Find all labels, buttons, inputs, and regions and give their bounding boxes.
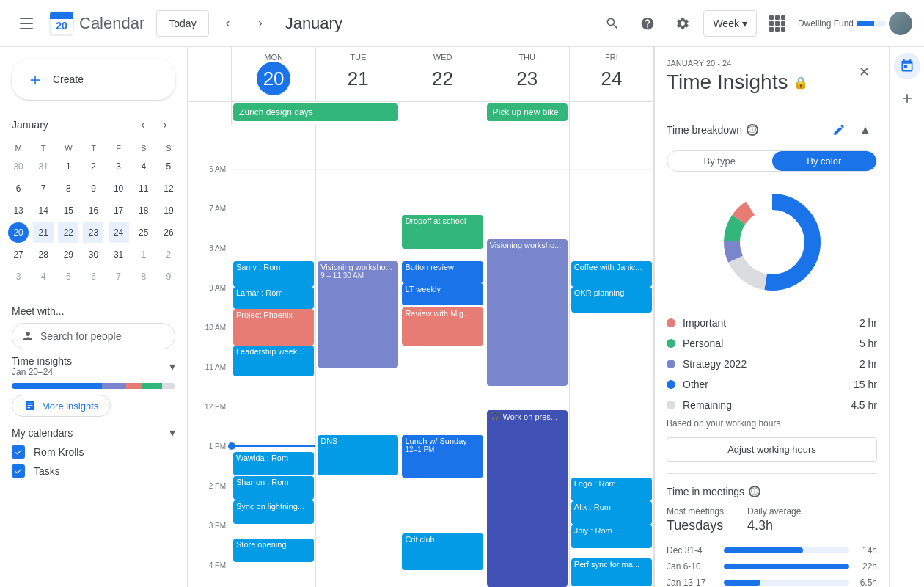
- settings-button[interactable]: [668, 9, 697, 38]
- day-col-thu[interactable]: Visioning worksho... 🎧 Work on pres... P…: [485, 125, 570, 587]
- event-lamar-rom[interactable]: Lamar : Rom: [233, 287, 314, 309]
- mini-day[interactable]: 30: [8, 156, 29, 177]
- mini-day[interactable]: 26: [158, 222, 179, 243]
- avatar[interactable]: [889, 12, 912, 35]
- event-work-pres[interactable]: 🎧 Work on pres...: [487, 410, 568, 586]
- mini-day[interactable]: 5: [58, 266, 78, 287]
- event-store-opening[interactable]: Store opening: [233, 539, 314, 562]
- meetings-info-icon[interactable]: ⓘ: [749, 486, 760, 497]
- event-lego-rom[interactable]: Lego : Rom: [571, 478, 652, 501]
- mini-day[interactable]: 2: [83, 156, 103, 177]
- mini-day[interactable]: 9: [158, 266, 179, 287]
- by-type-button[interactable]: By type: [667, 151, 772, 171]
- event-sync-lightning[interactable]: Sync on lightning...: [233, 500, 314, 524]
- mini-day[interactable]: 9: [83, 178, 103, 199]
- edit-button[interactable]: [827, 118, 851, 142]
- mini-day[interactable]: 28: [33, 244, 54, 265]
- mini-day[interactable]: 29: [58, 244, 78, 265]
- mini-day[interactable]: 2: [158, 244, 179, 265]
- collapse-button[interactable]: ▲: [854, 118, 877, 142]
- mini-day[interactable]: 22: [58, 222, 78, 243]
- mini-day[interactable]: 7: [109, 266, 129, 287]
- rp-close-button[interactable]: ✕: [851, 59, 877, 85]
- mini-day[interactable]: 8: [58, 178, 78, 199]
- event-okr-planning[interactable]: OKR planning: [571, 287, 652, 313]
- help-button[interactable]: [633, 9, 662, 38]
- prev-week-button[interactable]: ‹: [215, 10, 241, 37]
- today-button[interactable]: Today: [156, 10, 208, 37]
- mini-day[interactable]: 7: [33, 178, 54, 199]
- day-num-24[interactable]: 24: [595, 62, 628, 95]
- day-num-21[interactable]: 21: [341, 62, 375, 95]
- mini-day[interactable]: 19: [158, 200, 179, 221]
- mini-day[interactable]: 21: [33, 222, 54, 243]
- event-button-review[interactable]: Button review: [402, 261, 483, 283]
- more-insights-button[interactable]: More insights: [12, 395, 111, 417]
- event-jaiy-rom[interactable]: Jaiy : Rom: [571, 525, 652, 548]
- allday-event-zurich[interactable]: Zürich design days: [233, 103, 398, 121]
- calendar-item-rom[interactable]: Rom Krolls: [12, 442, 175, 462]
- mini-day-today[interactable]: 20: [8, 222, 29, 243]
- mini-day[interactable]: 27: [8, 244, 29, 265]
- mini-day[interactable]: 6: [83, 266, 103, 287]
- mini-day[interactable]: 3: [109, 156, 129, 177]
- event-wawida-rom[interactable]: Wawida : Rom: [233, 452, 314, 475]
- mini-day[interactable]: 6: [8, 178, 29, 199]
- event-dropoff[interactable]: Dropoff at school: [402, 215, 483, 249]
- event-visioning-thu[interactable]: Visioning worksho...: [487, 239, 568, 386]
- mini-day[interactable]: 25: [133, 222, 154, 243]
- calendar-item-tasks[interactable]: Tasks: [12, 462, 175, 481]
- mini-day[interactable]: 3: [8, 266, 29, 287]
- mini-cal-prev[interactable]: ‹: [133, 114, 153, 135]
- mini-day[interactable]: 10: [109, 178, 129, 199]
- mini-day[interactable]: 24: [109, 222, 129, 243]
- by-color-button[interactable]: By color: [772, 151, 877, 171]
- event-dns[interactable]: DNS: [318, 435, 398, 475]
- event-perf-sync[interactable]: Perf sync for ma...: [571, 558, 652, 586]
- mini-day[interactable]: 14: [33, 200, 54, 221]
- event-sharron-rom[interactable]: Sharron : Rom: [233, 476, 314, 500]
- event-visioning-tue[interactable]: Visioning worksho... 9 – 11:30 AM: [318, 261, 398, 368]
- view-selector[interactable]: Week ▾: [703, 10, 757, 37]
- event-leadership-week[interactable]: Leadership week...: [233, 346, 314, 376]
- day-col-fri[interactable]: Coffee with Janic... OKR planning Lego :…: [570, 125, 654, 587]
- sidebar-add-icon[interactable]: [894, 85, 920, 112]
- event-review-miguel[interactable]: Review with Mig...: [402, 307, 483, 346]
- event-project-phoenix[interactable]: Project Phoenix: [233, 309, 314, 346]
- mini-day[interactable]: 30: [83, 244, 103, 265]
- mini-cal-next[interactable]: ›: [155, 114, 175, 135]
- event-coffee-janice[interactable]: Coffee with Janic...: [571, 261, 652, 287]
- mini-day[interactable]: 23: [83, 222, 103, 243]
- event-samy-rom[interactable]: Samy : Rom: [233, 261, 314, 287]
- day-col-tue[interactable]: Visioning worksho... 9 – 11:30 AM DNS Al…: [316, 125, 400, 587]
- adjust-working-hours-button[interactable]: Adjust working hours: [667, 437, 877, 462]
- menu-button[interactable]: [12, 9, 41, 38]
- event-alix-rom[interactable]: Alix : Rom: [571, 501, 652, 525]
- mini-day[interactable]: 11: [133, 178, 154, 199]
- mini-day[interactable]: 1: [133, 244, 154, 265]
- mini-day[interactable]: 8: [133, 266, 154, 287]
- mini-day[interactable]: 5: [158, 156, 179, 177]
- next-week-button[interactable]: ›: [247, 10, 274, 37]
- day-col-wed[interactable]: Dropoff at school Button review LT weekl…: [400, 125, 485, 587]
- event-lunch-sunday[interactable]: Lunch w/ Sunday 12–1 PM: [402, 435, 483, 478]
- mini-day[interactable]: 16: [83, 200, 103, 221]
- search-button[interactable]: [598, 9, 627, 38]
- event-lt-weekly[interactable]: LT weekly: [402, 283, 483, 305]
- create-button[interactable]: ＋ Create: [12, 59, 175, 100]
- mini-day[interactable]: 18: [133, 200, 154, 221]
- time-breakdown-info-icon[interactable]: ⓘ: [747, 124, 758, 136]
- mini-day[interactable]: 31: [109, 244, 129, 265]
- apps-button[interactable]: [763, 9, 792, 38]
- mini-day[interactable]: 4: [33, 266, 54, 287]
- time-insights-collapse[interactable]: ▾: [169, 360, 175, 373]
- mini-day[interactable]: 13: [8, 200, 29, 221]
- mini-day[interactable]: 12: [158, 178, 179, 199]
- search-people-input[interactable]: Search for people: [12, 323, 175, 349]
- mini-day[interactable]: 31: [33, 156, 54, 177]
- day-col-mon[interactable]: Samy : Rom Lamar : Rom Project Phoenix L…: [232, 125, 316, 587]
- day-num-20[interactable]: 20: [257, 62, 290, 95]
- sidebar-calendar-icon[interactable]: [894, 53, 920, 79]
- mini-day[interactable]: 4: [133, 156, 154, 177]
- allday-event-bike[interactable]: Pick up new bike: [487, 103, 568, 121]
